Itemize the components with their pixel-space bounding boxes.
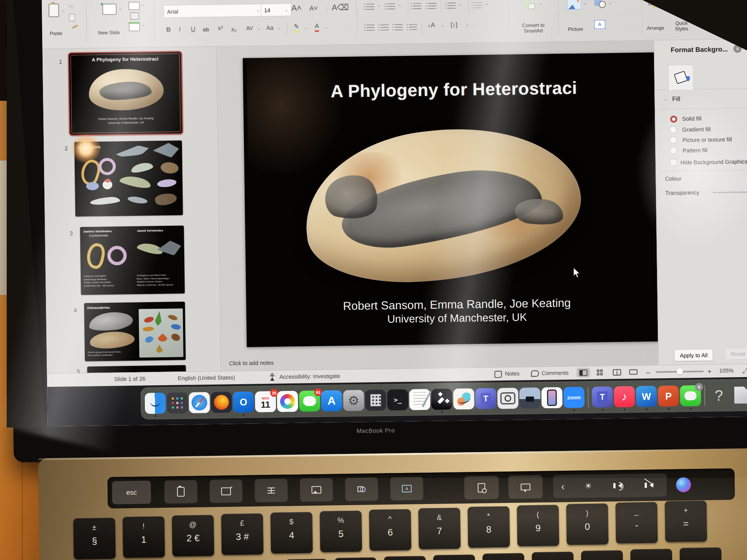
dock-teams2-icon[interactable]: T (592, 386, 613, 408)
vertical-align-chevron[interactable]: ⌄ (466, 22, 469, 27)
reading-view-button[interactable] (610, 367, 624, 377)
highlight-chevron[interactable]: ⌄ (304, 25, 308, 29)
quick-styles-label[interactable]: Quick Styles (667, 20, 697, 32)
slide-thumbnail-1[interactable]: A Phylogeny for Heterostraci Robert Sans… (68, 51, 183, 136)
dock-music-icon[interactable]: ♪ (614, 386, 635, 407)
dock-help-icon[interactable]: ? (708, 385, 729, 406)
align-center-icon[interactable] (381, 24, 389, 30)
hide-background-checkbox[interactable] (670, 159, 677, 166)
arrange-icon[interactable] (648, 0, 659, 7)
dock-teams-icon[interactable]: T (475, 388, 496, 409)
dock-firefox-icon[interactable] (211, 392, 232, 413)
esc-key[interactable]: esc (112, 480, 151, 504)
dock-photos-icon[interactable] (277, 391, 298, 412)
touchbar-present-button[interactable] (508, 475, 543, 499)
section-chevron[interactable]: ⌄ (142, 22, 145, 27)
convert-smartart-label[interactable]: Convert to SmartArt (509, 22, 558, 34)
key-5[interactable]: %5 (320, 511, 362, 553)
language-status[interactable]: English (United States) (178, 374, 235, 381)
reset-slide-icon[interactable] (130, 12, 139, 20)
new-slide-label[interactable]: New Slide (97, 29, 121, 35)
arrange-chevron[interactable]: ⌄ (662, 0, 665, 4)
picture-icon[interactable] (567, 0, 581, 10)
shape-fill-chevron[interactable]: ⌄ (711, 0, 715, 2)
new-slide-chevron[interactable]: ⌄ (119, 6, 122, 10)
slideshow-view-button[interactable] (627, 367, 640, 377)
touchbar-brightness-button[interactable]: ☀ (573, 474, 604, 498)
picture-fill-radio[interactable] (670, 137, 677, 144)
key-2[interactable]: @2 € (172, 515, 214, 557)
slide-sorter-view-button[interactable] (593, 367, 607, 377)
gradient-fill-label[interactable]: Gradient fill (682, 126, 711, 133)
dock-freeform-icon[interactable] (453, 388, 474, 410)
superscript-button[interactable]: x² (218, 25, 223, 32)
reset-background-button[interactable]: Reset Background (725, 347, 747, 360)
dock-finder-icon[interactable] (145, 393, 166, 414)
dock-desktop-icon[interactable] (519, 388, 540, 409)
slide-counter[interactable]: Slide 1 of 26 (114, 376, 146, 382)
zoom-percentage[interactable]: 105% (719, 367, 734, 374)
dock-zoom-icon[interactable]: zoom (563, 387, 585, 408)
font-color-chevron[interactable]: ⌄ (325, 25, 328, 29)
increase-indent-icon[interactable] (428, 3, 436, 9)
key-partial[interactable] (581, 550, 623, 560)
underline-button[interactable]: U (191, 26, 196, 33)
comments-toggle[interactable]: Comments (542, 370, 569, 376)
touchbar-paste-button[interactable] (164, 480, 198, 504)
new-slide-icon[interactable] (102, 4, 117, 15)
key-partial[interactable] (630, 549, 672, 560)
zoom-in-button[interactable]: + (707, 367, 712, 376)
touchbar-picture-button[interactable] (300, 478, 333, 502)
columns-icon[interactable] (474, 2, 483, 8)
shapes-icon[interactable] (595, 0, 606, 8)
quick-styles-icon[interactable] (675, 0, 686, 9)
dock-document-icon[interactable] (730, 385, 747, 406)
text-direction-chevron[interactable]: ⌄ (441, 23, 444, 27)
justify-icon[interactable] (409, 24, 417, 30)
smartart-chevron[interactable]: ⌄ (539, 1, 543, 6)
text-direction-icon[interactable]: ↓A (428, 22, 435, 29)
paste-label[interactable]: Paste (47, 30, 65, 36)
key-section[interactable]: ±§ (73, 518, 116, 560)
dock-powerpoint-icon[interactable]: P (658, 386, 679, 407)
bullets-icon[interactable] (366, 4, 374, 10)
colour-label[interactable]: Colour (665, 175, 681, 182)
dock-safari-icon[interactable] (189, 392, 210, 413)
picture-chevron[interactable]: ⌄ (583, 1, 587, 5)
touchbar-recent-docs-button[interactable] (464, 476, 499, 499)
key-minus[interactable]: _- (616, 502, 658, 544)
align-right-icon[interactable] (395, 24, 403, 30)
copy-icon[interactable] (69, 14, 75, 21)
key-partial[interactable] (335, 557, 377, 560)
text-box-icon[interactable]: A (594, 20, 605, 29)
hide-background-label[interactable]: Hide Background Graphics (681, 158, 747, 166)
paste-icon[interactable] (49, 4, 59, 17)
format-painter-icon[interactable] (72, 24, 78, 29)
highlight-color-button[interactable]: ✎ (294, 23, 300, 32)
dock-textedit-icon[interactable] (409, 389, 430, 410)
key-1[interactable]: !1 (123, 516, 165, 558)
zoom-out-button[interactable]: – (646, 368, 650, 377)
close-icon[interactable]: ✕ (734, 44, 742, 53)
key-8[interactable]: *8 (468, 506, 510, 548)
touchbar-volume-button[interactable] (604, 474, 636, 497)
line-spacing-chevron[interactable]: ⌄ (459, 2, 462, 6)
dock-terminal-icon[interactable]: >_ (387, 389, 408, 411)
touchbar-textbox-button[interactable]: A (390, 477, 424, 500)
increase-font-icon[interactable]: A˄ (291, 3, 302, 13)
normal-view-button[interactable] (577, 368, 590, 378)
numbering-chevron[interactable]: ⌄ (398, 3, 402, 7)
decrease-indent-icon[interactable] (413, 3, 421, 9)
pattern-fill-radio[interactable] (670, 147, 677, 154)
vertical-align-icon[interactable]: [↕] (451, 21, 458, 29)
shape-fill-icon[interactable] (699, 0, 709, 5)
fill-section-chevron[interactable]: ⌄ (664, 97, 667, 101)
key-6[interactable]: ^6 (369, 509, 412, 551)
key-partial[interactable] (433, 554, 475, 560)
sensitivity-label[interactable]: Sensitivity (734, 24, 747, 29)
key-partial[interactable] (679, 547, 722, 560)
italic-button[interactable]: I (179, 26, 181, 33)
dock-calendar-icon[interactable]: NOV 11 35 (255, 391, 276, 413)
transparency-label[interactable]: Transparency (665, 189, 699, 196)
apply-to-all-button[interactable]: Apply to All (674, 349, 713, 361)
